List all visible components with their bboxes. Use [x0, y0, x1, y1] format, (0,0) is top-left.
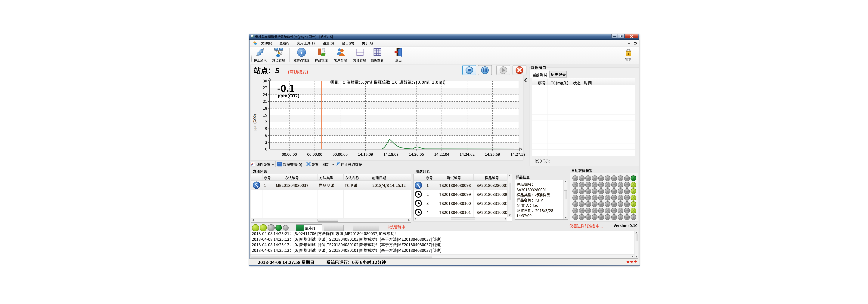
- svg-text:i: i: [301, 49, 303, 56]
